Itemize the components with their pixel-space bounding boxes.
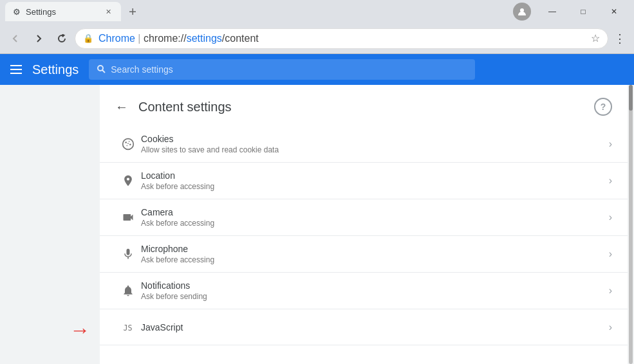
account-button[interactable] — [513, 3, 531, 21]
notifications-subtitle: Ask before sending — [141, 292, 609, 301]
microphone-arrow: › — [609, 248, 612, 260]
notifications-icon — [115, 284, 141, 297]
notifications-arrow: › — [609, 285, 612, 296]
javascript-title: JavaScript — [141, 322, 609, 332]
svg-point-9 — [127, 145, 128, 147]
scrollbar-track — [629, 85, 633, 364]
javascript-arrow: › — [609, 322, 612, 333]
tab-favicon: ⚙ — [13, 7, 21, 17]
location-item[interactable]: Location Ask before accessing › — [100, 163, 628, 199]
tab-strip: ⚙ Settings ✕ — [5, 2, 142, 21]
settings-list: Cookies Allow sites to save and read coo… — [100, 126, 628, 345]
search-icon — [97, 64, 106, 75]
url-chrome-label: Chrome | chrome://settings/content — [98, 33, 259, 44]
settings-header: Settings Search settings — [0, 54, 634, 85]
new-tab-button[interactable] — [124, 3, 142, 21]
notifications-item[interactable]: Notifications Ask before sending › — [100, 273, 628, 309]
svg-point-10 — [127, 143, 129, 144]
maximize-button[interactable]: □ — [568, 1, 598, 22]
camera-text: Camera Ask before accessing — [141, 207, 609, 228]
notifications-title: Notifications — [141, 280, 609, 291]
svg-text:JS: JS — [124, 323, 133, 332]
content-header: ← Content settings ? — [100, 85, 628, 126]
search-placeholder: Search settings — [111, 64, 173, 75]
tab-label: Settings — [26, 7, 56, 17]
more-menu-button[interactable]: ⋮ — [611, 30, 629, 48]
camera-arrow: › — [609, 212, 612, 223]
location-arrow: › — [609, 175, 612, 187]
refresh-button[interactable] — [51, 28, 72, 49]
content-settings-title: Content settings — [138, 100, 232, 114]
content-panel: ← Content settings ? Cookies Allow sites… — [100, 85, 628, 364]
lock-icon: 🔒 — [83, 33, 93, 43]
microphone-item[interactable]: Microphone Ask before accessing › — [100, 236, 628, 273]
cookie-icon — [115, 138, 141, 150]
cookies-item[interactable]: Cookies Allow sites to save and read coo… — [100, 126, 628, 163]
tab-close-button[interactable]: ✕ — [103, 6, 113, 17]
main-content: ← Content settings ? Cookies Allow sites… — [0, 85, 634, 364]
microphone-text: Microphone Ask before accessing — [141, 244, 609, 264]
camera-item[interactable]: Camera Ask before accessing › — [100, 199, 628, 236]
svg-rect-1 — [133, 8, 134, 15]
location-icon — [115, 174, 141, 187]
url-bar[interactable]: 🔒 Chrome | chrome://settings/content ☆ — [75, 28, 608, 49]
window-controls: — □ ✕ — [513, 1, 629, 22]
hamburger-menu-button[interactable] — [10, 65, 22, 74]
cookies-subtitle: Allow sites to save and read cookie data — [141, 145, 609, 154]
location-text: Location Ask before accessing — [141, 170, 609, 191]
help-button[interactable]: ? — [594, 98, 612, 116]
cookies-title: Cookies — [141, 134, 609, 144]
search-box[interactable]: Search settings — [89, 59, 475, 80]
star-button[interactable]: ☆ — [591, 32, 600, 44]
javascript-text: JavaScript — [141, 322, 609, 332]
cookies-text: Cookies Allow sites to save and read coo… — [141, 134, 609, 154]
settings-title: Settings — [32, 62, 79, 77]
svg-line-4 — [102, 70, 105, 73]
sidebar-left — [0, 85, 100, 364]
forward-button[interactable] — [28, 28, 49, 49]
svg-point-7 — [129, 141, 130, 142]
javascript-item[interactable]: JS JavaScript › — [100, 309, 628, 345]
url-right-icons: ☆ — [591, 32, 600, 44]
address-bar: 🔒 Chrome | chrome://settings/content ☆ ⋮ — [0, 23, 634, 54]
scrollbar-thumb[interactable] — [629, 85, 633, 111]
camera-title: Camera — [141, 207, 609, 217]
microphone-subtitle: Ask before accessing — [141, 255, 609, 264]
minimize-button[interactable]: — — [537, 1, 567, 22]
javascript-icon: JS — [115, 321, 141, 334]
svg-point-8 — [129, 144, 131, 146]
content-header-left: ← Content settings — [115, 100, 232, 114]
location-subtitle: Ask before accessing — [141, 182, 609, 191]
microphone-icon — [115, 248, 141, 260]
notifications-text: Notifications Ask before sending — [141, 280, 609, 301]
settings-tab[interactable]: ⚙ Settings ✕ — [5, 2, 121, 21]
microphone-title: Microphone — [141, 244, 609, 254]
location-title: Location — [141, 170, 609, 181]
close-button[interactable]: ✕ — [599, 1, 629, 22]
title-bar: ⚙ Settings ✕ — □ ✕ — [0, 0, 634, 23]
camera-icon — [115, 211, 141, 224]
camera-subtitle: Ask before accessing — [141, 219, 609, 228]
svg-point-6 — [125, 141, 127, 143]
scrollbar[interactable] — [628, 85, 634, 364]
cookies-arrow: › — [609, 138, 612, 150]
back-button[interactable] — [5, 28, 26, 49]
svg-point-3 — [98, 66, 103, 71]
back-content-button[interactable]: ← — [115, 100, 128, 114]
